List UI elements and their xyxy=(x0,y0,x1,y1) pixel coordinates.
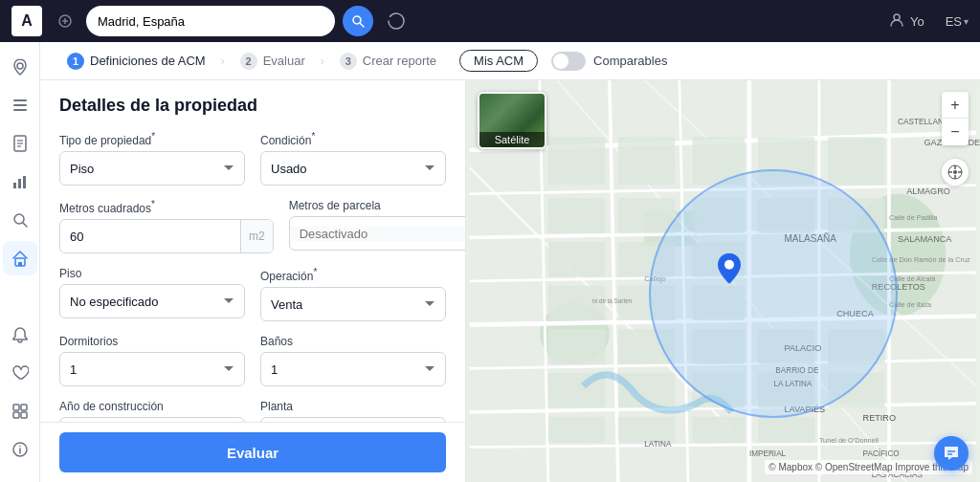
svg-rect-8 xyxy=(13,109,27,111)
form-row-5: Año de construcción Planta No especifica… xyxy=(59,400,446,422)
sidebar-item-chart[interactable] xyxy=(3,164,37,199)
svg-point-3 xyxy=(389,13,404,29)
app-logo[interactable]: A xyxy=(11,6,42,36)
language-selector[interactable]: ES ▾ xyxy=(946,14,969,29)
svg-point-101 xyxy=(724,260,734,270)
main-content: Detalles de la propiedad Tipo de propied… xyxy=(40,80,980,482)
planta-label: Planta xyxy=(260,400,446,413)
satellite-thumbnail[interactable]: Satélite xyxy=(478,92,546,149)
form-footer: Evaluar xyxy=(40,422,465,482)
ano-construccion-field: Año de construcción xyxy=(59,400,245,422)
svg-rect-49 xyxy=(618,137,675,185)
svg-text:LATINA: LATINA xyxy=(644,440,672,449)
dormitorios-select[interactable]: 1 2 3 xyxy=(59,352,245,386)
step-divider-2: › xyxy=(321,55,324,68)
map-zoom-out-button[interactable]: − xyxy=(942,119,969,145)
map-zoom-in-button[interactable]: + xyxy=(942,92,969,119)
tipo-propiedad-select[interactable]: Piso Casa Apartamento xyxy=(59,151,245,186)
sidebar-item-document[interactable] xyxy=(3,126,37,161)
sidebar-item-bell[interactable] xyxy=(3,318,37,352)
search-box[interactable] xyxy=(86,6,335,36)
svg-rect-23 xyxy=(21,412,27,418)
svg-rect-75 xyxy=(618,417,675,443)
metros-parcela-wrapper[interactable]: m2 xyxy=(289,216,465,251)
map-search-radius xyxy=(649,169,898,418)
step-1[interactable]: 1 Definiciones de ACM xyxy=(56,49,217,74)
sidebar-item-puzzle[interactable] xyxy=(3,394,37,428)
sidebar-item-home[interactable] xyxy=(3,241,37,275)
svg-text:PACÍFICO: PACÍFICO xyxy=(863,449,900,458)
svg-text:ALMAGRO: ALMAGRO xyxy=(906,186,950,196)
mis-acm-button[interactable]: Mis ACM xyxy=(459,50,538,72)
sidebar-item-list[interactable] xyxy=(3,88,37,122)
comparables-toggle-area: Comparables xyxy=(551,52,667,71)
svg-rect-50 xyxy=(548,198,605,233)
svg-point-1 xyxy=(353,16,361,24)
dormitorios-label: Dormitorios xyxy=(59,335,245,348)
operacion-select[interactable]: Venta Alquiler xyxy=(260,287,446,321)
condicion-field: Condición* Usado Nuevo A reformar xyxy=(260,131,446,186)
sidebar-item-location[interactable] xyxy=(3,50,37,84)
step-1-label: Definiciones de ACM xyxy=(90,54,206,68)
satellite-thumb-label: Satélite xyxy=(479,132,545,147)
svg-rect-74 xyxy=(548,417,605,443)
metros-cuadrados-field: Metros cuadrados* m2 xyxy=(59,199,274,253)
icon-sidebar xyxy=(0,42,40,482)
svg-point-26 xyxy=(19,446,21,448)
user-menu[interactable]: Yo xyxy=(889,12,924,31)
svg-rect-20 xyxy=(13,405,19,410)
map-panel: GAZTAMBIDE ALMAGRO CASTELLANA MALASAÑA S… xyxy=(466,80,980,482)
map-pin xyxy=(718,253,741,291)
chat-bubble-button[interactable] xyxy=(934,436,969,471)
svg-point-5 xyxy=(17,63,23,69)
piso-field: Piso No especificado Bajo 1 2 xyxy=(59,267,245,321)
banos-field: Baños 1 2 3 xyxy=(260,335,446,386)
tipo-propiedad-field: Tipo de propiedad* Piso Casa Apartamento xyxy=(59,131,245,186)
step-2[interactable]: 2 Evaluar xyxy=(229,49,317,74)
search-button[interactable] xyxy=(343,6,373,36)
lang-chevron-icon: ▾ xyxy=(964,16,969,27)
condicion-select[interactable]: Usado Nuevo A reformar xyxy=(260,151,446,186)
search-input[interactable] xyxy=(98,14,323,29)
svg-rect-21 xyxy=(21,405,27,410)
metros-cuadrados-label: Metros cuadrados* xyxy=(59,199,274,215)
banos-select[interactable]: 1 2 3 xyxy=(260,352,446,386)
svg-rect-13 xyxy=(13,183,16,188)
sidebar-bottom xyxy=(3,318,37,467)
banos-label: Baños xyxy=(260,335,446,348)
sidebar-item-heart[interactable] xyxy=(3,356,37,390)
metros-cuadrados-input[interactable] xyxy=(60,230,240,244)
step-3[interactable]: 3 Crear reporte xyxy=(328,49,448,74)
comparables-label: Comparables xyxy=(593,54,667,68)
map-compass-button[interactable] xyxy=(942,159,969,186)
svg-rect-6 xyxy=(13,99,27,101)
evaluar-button[interactable]: Evaluar xyxy=(59,432,446,472)
nav-icon-button[interactable] xyxy=(52,8,78,34)
metros-cuadrados-wrapper[interactable]: m2 xyxy=(59,219,274,253)
step-2-number: 2 xyxy=(240,53,257,70)
step-divider-1: › xyxy=(221,55,225,68)
navbar: A xyxy=(0,0,980,42)
step-1-number: 1 xyxy=(67,53,84,70)
svg-rect-76 xyxy=(693,417,746,443)
comparables-toggle[interactable] xyxy=(551,52,586,71)
form-body: Detalles de la propiedad Tipo de propied… xyxy=(40,80,465,422)
svg-text:Tunel de O'Donnell: Tunel de O'Donnell xyxy=(819,436,879,445)
svg-rect-14 xyxy=(18,179,21,188)
form-title: Detalles de la propiedad xyxy=(59,96,446,116)
sidebar-item-info[interactable] xyxy=(3,432,37,467)
operacion-field: Operación* Venta Alquiler xyxy=(260,267,446,321)
svg-text:SALAMANCA: SALAMANCA xyxy=(898,234,952,244)
svg-rect-19 xyxy=(18,262,22,266)
tipo-propiedad-label: Tipo de propiedad* xyxy=(59,131,245,147)
svg-text:RETIRO: RETIRO xyxy=(863,413,896,423)
svg-text:ro de la Sarlen: ro de la Sarlen xyxy=(592,297,633,304)
metros-parcela-input[interactable] xyxy=(290,227,465,241)
svg-text:Calle de Padilla: Calle de Padilla xyxy=(889,213,939,222)
svg-point-103 xyxy=(953,170,957,174)
refresh-button[interactable] xyxy=(381,6,412,36)
form-row-2: Metros cuadrados* m2 Metros de parcela xyxy=(59,199,446,253)
form-panel: Detalles de la propiedad Tipo de propied… xyxy=(40,80,466,482)
piso-select[interactable]: No especificado Bajo 1 2 xyxy=(59,284,245,318)
sidebar-item-search[interactable] xyxy=(3,203,37,237)
